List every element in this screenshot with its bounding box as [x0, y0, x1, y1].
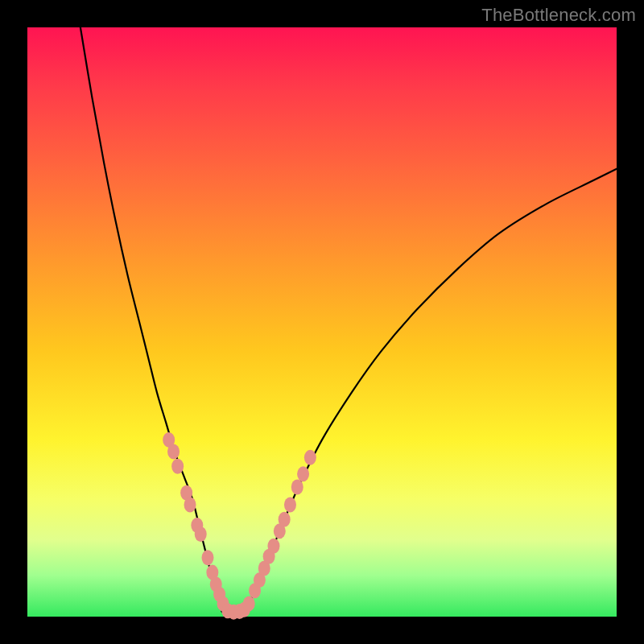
curve-svg — [27, 27, 617, 617]
data-dot — [291, 479, 303, 494]
data-dot — [279, 512, 291, 527]
data-dot — [243, 596, 255, 611]
bottleneck-curve — [80, 27, 617, 614]
data-dot — [297, 466, 309, 481]
data-dot — [201, 550, 213, 565]
watermark-text: TheBottleneck.com — [481, 5, 636, 26]
plot-area — [27, 27, 617, 617]
data-dot — [304, 450, 316, 465]
data-dot — [267, 539, 279, 554]
chart-frame: TheBottleneck.com — [0, 0, 644, 644]
data-dot — [195, 526, 207, 542]
data-dot — [171, 459, 184, 474]
scatter-dots — [163, 432, 316, 620]
data-dot — [284, 497, 296, 512]
data-dot — [167, 444, 180, 460]
data-dot — [184, 497, 196, 512]
